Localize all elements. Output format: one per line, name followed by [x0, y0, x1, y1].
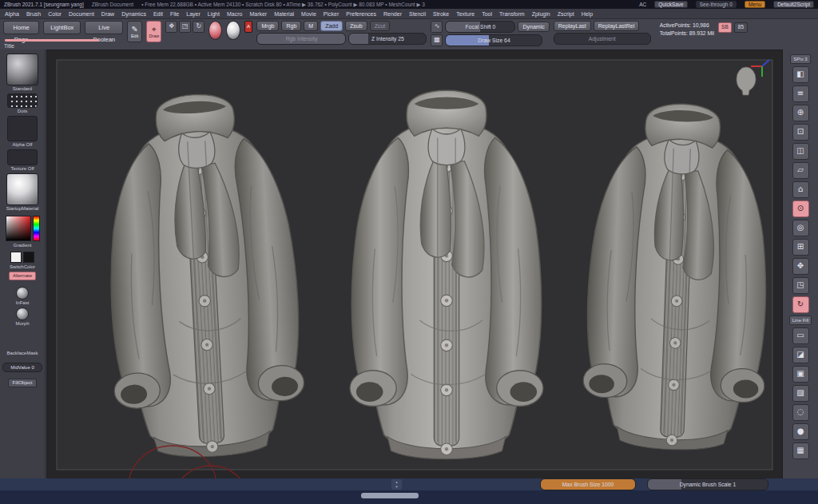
menu-brush[interactable]: Brush	[26, 11, 41, 17]
menu-zplugin[interactable]: Zplugin	[532, 11, 550, 17]
fill-object-button[interactable]: FillObject	[8, 379, 36, 387]
menu-stroke[interactable]: Stroke	[433, 11, 449, 17]
zoom-document-icon[interactable]: ⊕	[792, 105, 809, 121]
menu-light[interactable]: Light	[208, 11, 220, 17]
zsub-button[interactable]: Zsub	[345, 21, 367, 31]
line-fill-button[interactable]: Line Fill	[789, 315, 812, 325]
menu-document[interactable]: Document	[69, 11, 94, 17]
menu-zscript[interactable]: Zscript	[558, 11, 574, 17]
live-boolean-button[interactable]: Live Boolean	[85, 21, 123, 34]
scroll-down-icon[interactable]: ▾	[391, 484, 402, 489]
menu-edit[interactable]: Edit	[153, 11, 163, 17]
grad-shade-icon[interactable]: ◪	[792, 347, 809, 363]
mid-value-slider[interactable]: MidValue 0	[2, 363, 42, 372]
default-zscript-button[interactable]: Default2Script	[773, 1, 814, 8]
menu-picker[interactable]: Picker	[324, 11, 339, 17]
home-page-button[interactable]: Home Page	[3, 21, 39, 34]
draw-mode-button[interactable]: ⌖ Draw	[146, 21, 161, 42]
fill-shade-icon[interactable]: ▣	[792, 366, 809, 383]
active-color-swatch[interactable]: A	[244, 21, 253, 33]
primary-color-swatch[interactable]	[23, 252, 34, 263]
rgb-intensity-slider[interactable]: Rgb Intensity	[256, 33, 346, 45]
menu-render[interactable]: Render	[383, 11, 402, 17]
lsym-icon[interactable]: ◎	[792, 220, 809, 236]
edit-mode-button[interactable]: ✎ Edit	[127, 21, 142, 42]
menu-macro[interactable]: Macro	[227, 11, 242, 17]
transparency-icon[interactable]: ▨	[792, 385, 809, 402]
current-material-icon[interactable]	[226, 21, 240, 40]
scroll-document-icon[interactable]: ≡	[792, 85, 809, 102]
menu-help[interactable]: Help	[582, 11, 593, 17]
alpha-selector-icon[interactable]: ▩	[431, 34, 443, 46]
quicksave-button[interactable]: QuickSave	[654, 1, 687, 8]
document-canvas[interactable]	[46, 50, 783, 480]
zcut-button[interactable]: Zcut	[370, 21, 391, 31]
dynamic-brush-scale-slider[interactable]: Dynamic Brush Scale 1	[647, 478, 768, 490]
scale-tool-icon[interactable]: ◳	[792, 277, 809, 294]
switch-color-button[interactable]: SwitchColor	[10, 264, 35, 270]
bpr-render-icon[interactable]: ◧	[792, 66, 809, 83]
z-intensity-slider[interactable]: Z Intensity 25	[348, 33, 427, 45]
menu-color[interactable]: Color	[48, 11, 62, 17]
infast-control[interactable]: InFast	[16, 287, 30, 306]
persp-icon[interactable]: ▱	[792, 162, 809, 179]
stroke-selector[interactable]: Dots	[7, 93, 38, 114]
menu-preferences[interactable]: Preferences	[346, 11, 376, 17]
menu-file[interactable]: File	[170, 11, 179, 17]
current-brush-icon[interactable]	[208, 21, 222, 40]
adjustment-slider[interactable]: Adjustment	[554, 33, 651, 45]
morph-control[interactable]: Morph	[15, 308, 29, 327]
menu-dynamics[interactable]: Dynamics	[121, 11, 146, 17]
polyframe-icon[interactable]: ▦	[792, 442, 809, 459]
menu-toggle-button[interactable]: Menu	[745, 1, 765, 8]
menu-movie[interactable]: Movie	[301, 11, 316, 17]
horizontal-scrollbar-handle[interactable]	[361, 493, 419, 498]
rotate-mode-icon[interactable]: ↻	[193, 21, 204, 33]
canvas-scroll-arrows[interactable]: ▴ ▾	[391, 479, 402, 490]
scale-mode-icon[interactable]: ◳	[179, 21, 191, 33]
material-selector[interactable]: StartupMaterial	[6, 173, 39, 212]
gradient-label[interactable]: Gradient	[13, 243, 31, 248]
secondary-color-swatch[interactable]	[10, 252, 22, 263]
sb-chip[interactable]: SB	[718, 22, 732, 33]
move-mode-icon[interactable]: ✥	[165, 21, 177, 33]
zadd-button[interactable]: Zadd	[320, 21, 343, 31]
flat-shade-icon[interactable]: ▭	[792, 327, 809, 344]
alternate-button[interactable]: Alternate	[9, 272, 36, 280]
solo-icon[interactable]: ●	[792, 423, 809, 440]
see-through-slider[interactable]: See-through 0	[696, 1, 737, 8]
local-symmetry-icon[interactable]: ⊙	[792, 200, 809, 217]
lightbox-button[interactable]: LightBox	[43, 21, 81, 34]
menu-draw[interactable]: Draw	[101, 11, 114, 17]
menu-marker[interactable]: Marker	[249, 11, 267, 17]
rgb-button[interactable]: Rgb	[281, 21, 301, 31]
menu-material[interactable]: Material	[274, 11, 294, 17]
brush-selector[interactable]: Standard	[6, 54, 38, 92]
mrgb-button[interactable]: Mrgb	[256, 21, 279, 31]
ghost-transparency-icon[interactable]: ◌	[792, 404, 809, 421]
focal-shift-slider[interactable]: Focal Shift 0	[445, 21, 515, 33]
dynamic-draw-size-button[interactable]: Dynamic	[518, 22, 549, 32]
max-brush-size-slider[interactable]: Max Brush Size 1000	[540, 478, 636, 490]
replay-last-rel-button[interactable]: ReplayLastRel	[594, 21, 640, 31]
menu-alpha[interactable]: Alpha	[5, 11, 19, 17]
actual-size-icon[interactable]: ⊡	[792, 124, 809, 141]
draw-size-slider[interactable]: Draw Size 64	[445, 34, 542, 46]
backface-mask-button[interactable]: BackfaceMask	[6, 351, 38, 356]
color-sv-square[interactable]	[6, 216, 31, 241]
replay-last-button[interactable]: ReplayLast	[554, 21, 591, 31]
color-picker[interactable]	[6, 216, 40, 241]
m-button[interactable]: M	[304, 21, 318, 31]
rotate-tool-icon[interactable]: ↻	[792, 296, 809, 313]
aa-half-icon[interactable]: ◫	[792, 143, 809, 160]
texture-selector[interactable]: Texture Off	[7, 149, 38, 172]
menu-transform[interactable]: Transform	[499, 11, 525, 17]
stroke-type-icon[interactable]: ∿	[431, 21, 443, 33]
menu-texture[interactable]: Texture	[456, 11, 475, 17]
color-hue-strip[interactable]	[33, 216, 40, 241]
frame-mesh-icon[interactable]: ⊞	[792, 239, 809, 256]
menu-layer[interactable]: Layer	[186, 11, 201, 17]
spix-counter[interactable]: SPix 3	[790, 54, 810, 64]
alpha-selector[interactable]: Alpha Off	[7, 116, 38, 148]
menu-tool[interactable]: Tool	[482, 11, 492, 17]
